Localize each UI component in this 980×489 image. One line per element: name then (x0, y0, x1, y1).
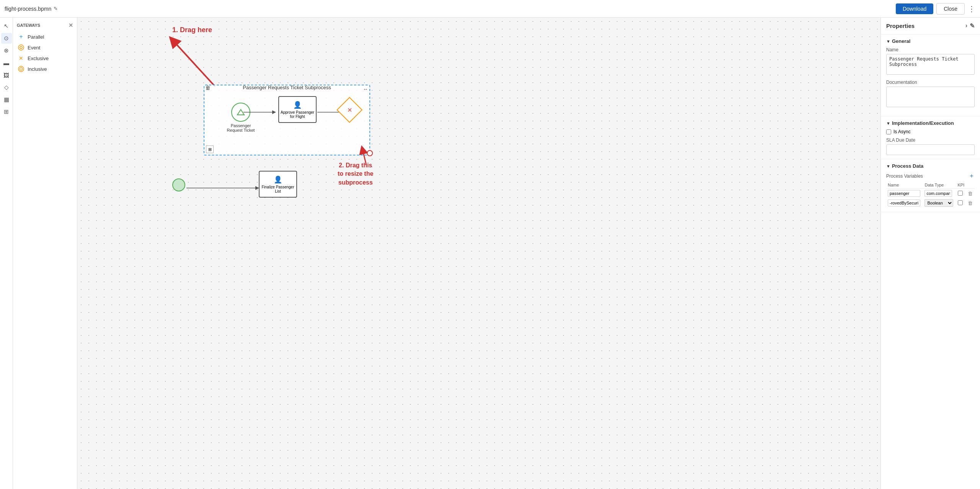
start-plain-shape (172, 178, 185, 191)
node-finalize-list[interactable]: 👤 Finalize Passenger List (259, 171, 297, 198)
drag-hint-2: 2. Drag thisto resize thesubprocess (338, 161, 373, 187)
panel-edit-icon[interactable]: ✎ (970, 22, 975, 29)
panel-header-icons: › ✎ (965, 22, 975, 29)
subprocess-expand-btn[interactable]: ⊞ (206, 146, 214, 153)
gateway-btn[interactable]: ◇ (1, 82, 12, 93)
finalize-task-shape: 👤 Finalize Passenger List (259, 171, 297, 198)
general-section: ▼ General Name Passenger Requests Ticket… (881, 34, 980, 116)
gateways-header: GATEWAYS ✕ (13, 21, 77, 31)
svg-line-4 (173, 41, 215, 87)
process-vars-table: Name Data Type KPI 🗑 (886, 182, 975, 208)
file-name: flight-process.bpmn ✎ (5, 6, 58, 12)
node-start-event[interactable]: Passenger Request Ticket (224, 103, 258, 132)
gateway-parallel[interactable]: + Parallel (13, 31, 77, 42)
impl-label: Implementation/Execution (892, 120, 954, 126)
cursor-tool-btn[interactable]: ↖ (1, 21, 12, 31)
impl-section-title[interactable]: ▼ Implementation/Execution (886, 120, 975, 126)
gateway-exclusive[interactable]: ✕ Exclusive (13, 53, 77, 64)
var-name-2[interactable] (888, 200, 920, 206)
approve-task-shape: 👤 Approve Passenger for Flight (278, 96, 317, 123)
more-options-icon[interactable]: ⋮ (968, 4, 975, 13)
impl-chevron: ▼ (886, 121, 890, 126)
end-event-btn[interactable]: ⊗ (1, 45, 12, 56)
documentation-field-label: Documentation (886, 80, 975, 85)
del-var-2-btn[interactable]: 🗑 (968, 200, 973, 206)
properties-title: Properties (886, 23, 915, 29)
close-button[interactable]: Close (936, 3, 965, 15)
gateway-event[interactable]: Event (13, 42, 77, 53)
user-icon-2: 👤 (274, 175, 282, 184)
parallel-label: Parallel (28, 34, 44, 40)
properties-panel: Properties › ✎ ▼ General Name Passenger … (880, 18, 980, 489)
col-kpi: KPI (956, 182, 967, 189)
var-row-1: 🗑 (886, 189, 975, 198)
inclusive-label: Inclusive (28, 66, 47, 72)
col-datatype: Data Type (923, 182, 956, 189)
node-approve-passenger[interactable]: 👤 Approve Passenger for Flight (278, 96, 317, 123)
gateways-title: GATEWAYS (17, 23, 40, 28)
var-datatype-2[interactable]: Boolean String Integer (924, 199, 953, 207)
svg-point-2 (18, 66, 24, 72)
documentation-field-input[interactable] (886, 87, 975, 107)
svg-point-0 (18, 45, 24, 50)
canvas-area[interactable]: 1. Drag here 🗑 Passenger Requests Ticket… (77, 18, 880, 489)
table-btn[interactable]: ▦ (1, 94, 12, 105)
var-kpi-2[interactable] (958, 200, 963, 205)
process-data-label: Process Data (892, 163, 923, 169)
topbar: flight-process.bpmn ✎ Download Close ⋮ (0, 0, 980, 18)
var-row-2: Boolean String Integer 🗑 (886, 198, 975, 208)
gateway-x-icon: ✕ (347, 106, 352, 114)
sla-due-date-input[interactable] (886, 144, 975, 155)
general-section-title[interactable]: ▼ General (886, 38, 975, 44)
start-event-btn[interactable]: ⊙ (1, 33, 12, 44)
drag-hint-1: 1. Drag here (172, 26, 212, 34)
user-icon: 👤 (293, 101, 302, 109)
vars-header-row: Process Variables ＋ (886, 172, 975, 180)
process-data-section: ▼ Process Data Process Variables ＋ Name … (881, 159, 980, 212)
col-actions (966, 182, 975, 189)
sla-due-date-label: SLA Due Date (886, 137, 975, 143)
svg-point-3 (20, 68, 23, 70)
gateway-exclusive-shape: ✕ (336, 97, 363, 123)
subprocess-label: Passenger Requests Ticket Subprocess (204, 85, 369, 90)
finalize-task-label: Finalize Passenger List (261, 185, 295, 193)
impl-section: ▼ Implementation/Execution Is Async SLA … (881, 116, 980, 159)
main-layout: ↖ ⊙ ⊗ ▬ 🖼 ◇ ▦ ⊞ GATEWAYS ✕ + Parallel Ev… (0, 18, 980, 489)
add-variable-btn[interactable]: ＋ (969, 172, 975, 180)
approve-task-label: Approve Passenger for Flight (281, 110, 314, 119)
subprocess-btn[interactable]: 🖼 (1, 70, 12, 80)
general-label: General (892, 38, 910, 44)
boundary-event-btn[interactable]: ▬ (1, 57, 12, 68)
node-gateway-exclusive[interactable]: ✕ (340, 101, 359, 119)
var-kpi-1[interactable] (958, 191, 963, 196)
start-event-label: Passenger Request Ticket (224, 123, 258, 132)
is-async-label: Is Async (893, 129, 911, 134)
general-chevron: ▼ (886, 39, 890, 44)
exclusive-label: Exclusive (28, 56, 49, 61)
properties-header: Properties › ✎ (881, 18, 980, 34)
top-actions: Download Close ⋮ (896, 3, 975, 15)
subprocess-expand-icon[interactable]: ↔ (363, 86, 368, 92)
gateways-close-btn[interactable]: ✕ (69, 22, 73, 28)
panel-collapse-icon[interactable]: › (965, 22, 967, 29)
event-icon (18, 44, 24, 51)
more-tools-btn[interactable]: ⊞ (1, 106, 12, 117)
is-async-row: Is Async (886, 129, 975, 134)
node-start-plain[interactable] (172, 178, 185, 191)
filename-text: flight-process.bpmn (5, 6, 51, 12)
subprocess-container: 🗑 Passenger Requests Ticket Subprocess ↔… (204, 85, 370, 155)
var-datatype-1[interactable] (924, 190, 952, 197)
download-button[interactable]: Download (896, 3, 933, 14)
name-field-input[interactable]: Passenger Requests Ticket Subprocess (886, 54, 975, 75)
var-name-1[interactable] (888, 190, 920, 197)
inclusive-icon (18, 65, 24, 72)
process-data-section-title[interactable]: ▼ Process Data (886, 163, 975, 169)
del-var-1-btn[interactable]: 🗑 (968, 191, 973, 196)
is-async-checkbox[interactable] (886, 129, 891, 134)
resize-handle[interactable] (367, 150, 373, 156)
process-data-chevron: ▼ (886, 164, 890, 168)
col-name: Name (886, 182, 923, 189)
connector-1 (243, 108, 278, 116)
edit-icon[interactable]: ✎ (54, 6, 58, 11)
gateway-inclusive[interactable]: Inclusive (13, 64, 77, 74)
